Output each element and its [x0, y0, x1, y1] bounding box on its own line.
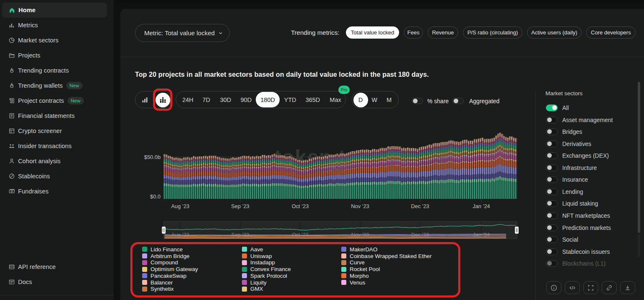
svg-text:Aug ’23: Aug ’23 [171, 203, 189, 209]
svg-text:Jan ’24: Jan ’24 [473, 203, 490, 209]
svg-text:Sep ’23: Sep ’23 [231, 203, 249, 209]
svg-text:Nov ’23: Nov ’23 [351, 203, 369, 209]
svg-text:Dec ’23: Dec ’23 [411, 232, 429, 238]
svg-text:Dec ’23: Dec ’23 [411, 203, 429, 209]
svg-text:$50.0b: $50.0b [144, 154, 161, 160]
svg-text:$0.0: $0.0 [150, 193, 161, 200]
svg-text:Oct ’23: Oct ’23 [292, 203, 309, 209]
